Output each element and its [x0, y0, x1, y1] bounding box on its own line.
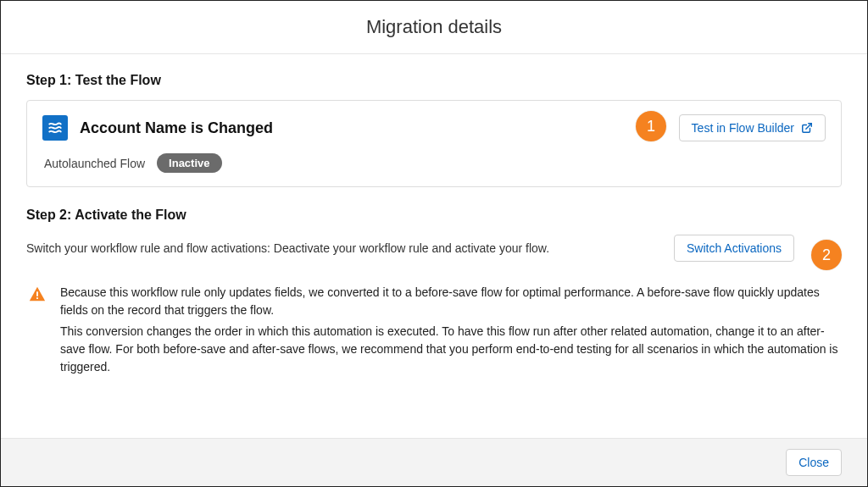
close-button[interactable]: Close — [786, 449, 842, 476]
modal-body: Step 1: Test the Flow Account Name is Ch… — [1, 54, 867, 438]
modal-header: Migration details — [1, 1, 867, 54]
annotation-1: 1 — [636, 111, 666, 141]
modal-footer: Close — [1, 438, 867, 486]
svg-line-0 — [806, 124, 811, 129]
warning-text: Because this workflow rule only updates … — [60, 284, 840, 376]
external-link-icon — [801, 122, 813, 134]
migration-details-modal: Migration details Step 1: Test the Flow … — [0, 0, 868, 487]
flow-card: Account Name is Changed Test in Flow Bui… — [26, 100, 842, 187]
step2-heading: Step 2: Activate the Flow — [26, 208, 794, 223]
page-title: Migration details — [1, 16, 867, 38]
switch-button-label: Switch Activations — [687, 241, 782, 255]
flow-name: Account Name is Changed — [80, 119, 273, 137]
switch-activations-button[interactable]: Switch Activations — [674, 235, 794, 262]
annotation-2: 2 — [811, 240, 842, 270]
test-button-label: Test in Flow Builder — [692, 121, 794, 135]
warning-paragraph-1: Because this workflow rule only updates … — [60, 284, 840, 319]
warning-icon — [28, 285, 47, 376]
step2-section: Step 2: Activate the Flow Switch your wo… — [26, 208, 842, 262]
svg-rect-1 — [36, 291, 38, 296]
step1-heading: Step 1: Test the Flow — [26, 73, 842, 88]
flow-icon — [42, 115, 68, 141]
flow-type-label: Autolaunched Flow — [44, 157, 145, 170]
status-badge: Inactive — [157, 153, 221, 173]
svg-rect-2 — [36, 297, 38, 299]
warning-paragraph-2: This conversion changes the order in whi… — [60, 323, 840, 376]
step2-description: Switch your workflow rule and flow activ… — [26, 241, 549, 255]
warning-block: Because this workflow rule only updates … — [26, 280, 842, 379]
close-button-label: Close — [798, 456, 829, 469]
test-in-flow-builder-button[interactable]: Test in Flow Builder — [679, 114, 826, 141]
